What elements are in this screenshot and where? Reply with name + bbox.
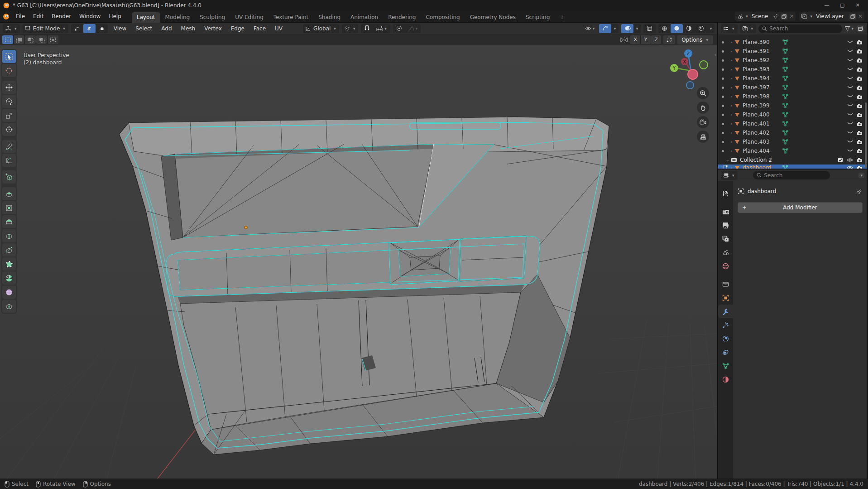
tab-sculpting[interactable]: Sculpting <box>195 12 230 23</box>
add-workspace-button[interactable]: + <box>555 12 569 23</box>
maximize-button[interactable]: ▢ <box>834 0 850 10</box>
outliner-row-plane-398[interactable]: ›Plane.398 <box>718 92 867 101</box>
properties-options-dropdown[interactable]: ▾ <box>858 173 864 178</box>
outliner-search-input[interactable]: Search <box>758 24 842 33</box>
tab-animation[interactable]: Animation <box>345 12 383 23</box>
shading-dropdown[interactable]: ▾ <box>707 24 715 33</box>
pan-button[interactable] <box>697 102 709 114</box>
gizmo-axis-x-neg[interactable] <box>688 69 698 79</box>
tool-poly-build[interactable] <box>2 257 16 271</box>
menu-view[interactable]: View <box>110 25 129 32</box>
toggle-ortho-button[interactable] <box>697 131 709 143</box>
outliner-row-dashboard-selected[interactable]: › dashboard <box>718 165 867 169</box>
tool-move[interactable] <box>2 81 16 94</box>
new-scene-icon[interactable] <box>781 14 787 19</box>
show-object-types-dropdown[interactable]: ▾ <box>584 24 596 33</box>
outliner-row-plane-397[interactable]: ›Plane.397 <box>718 83 867 92</box>
outliner-row-plane-401[interactable]: ›Plane.401 <box>718 119 867 128</box>
editor-type-button[interactable]: ▾ <box>3 24 20 33</box>
disable-render-icon[interactable] <box>857 40 863 45</box>
tab-uv-editing[interactable]: UV Editing <box>230 12 269 23</box>
tab-render[interactable] <box>718 205 733 218</box>
tab-compositing[interactable]: Compositing <box>421 12 465 23</box>
select-invert-button[interactable] <box>36 35 47 44</box>
outliner-row-plane-399[interactable]: ›Plane.399 <box>718 101 867 110</box>
tool-transform[interactable] <box>2 123 16 136</box>
sidebar-collapse-icon[interactable]: ‹ <box>715 52 716 58</box>
tab-layout[interactable]: Layout <box>132 12 160 23</box>
tab-texture-paint[interactable]: Texture Paint <box>269 12 313 23</box>
tool-measure[interactable] <box>2 154 16 167</box>
edge-select-button[interactable] <box>83 24 96 33</box>
menu-uv[interactable]: UV <box>272 25 286 32</box>
gizmo-dropdown[interactable]: ▾ <box>611 24 619 33</box>
tab-tool[interactable] <box>718 187 733 200</box>
menu-help[interactable]: Help <box>105 10 125 23</box>
select-intersect-button[interactable] <box>48 35 58 44</box>
unlink-scene-icon[interactable]: ✕ <box>789 13 794 19</box>
tool-inset-faces[interactable] <box>2 201 16 214</box>
pin-icon[interactable] <box>857 189 863 194</box>
outliner-row-plane-391[interactable]: ›Plane.391 <box>718 47 867 56</box>
show-overlays-toggle[interactable] <box>621 24 633 33</box>
falloff-dropdown[interactable]: ▾ <box>405 24 421 33</box>
pin-icon[interactable] <box>773 14 779 19</box>
tab-scene[interactable] <box>718 246 733 259</box>
outliner-row-plane-393[interactable]: ›Plane.393 <box>718 65 867 74</box>
outliner-display-mode-button[interactable]: ▾ <box>740 24 757 33</box>
outliner-row-plane-394[interactable]: ›Plane.394 <box>718 74 867 83</box>
tab-scripting[interactable]: Scripting <box>521 12 555 23</box>
tab-object[interactable] <box>718 291 733 305</box>
tool-smooth[interactable] <box>2 286 16 299</box>
tab-particles[interactable] <box>718 318 733 332</box>
viewport-scene[interactable] <box>0 45 717 479</box>
tool-add-cube[interactable] <box>2 170 16 184</box>
minimize-button[interactable]: — <box>819 0 834 10</box>
menu-select[interactable]: Select <box>132 25 155 32</box>
eye-icon[interactable] <box>847 165 853 169</box>
viewlayer-selector[interactable]: ▾ ViewLayer ✕ <box>799 12 864 21</box>
wireframe-shading-button[interactable] <box>658 24 671 33</box>
mirror-x-button[interactable]: X <box>630 35 640 44</box>
tab-modifiers[interactable] <box>718 305 733 318</box>
navigation-gizmo[interactable]: Z X Y <box>669 48 710 89</box>
menu-mesh[interactable]: Mesh <box>178 25 199 32</box>
select-extend-button[interactable] <box>14 35 24 44</box>
snap-base-icon[interactable] <box>663 35 675 44</box>
tab-geometry-nodes[interactable]: Geometry Nodes <box>465 12 521 23</box>
options-dropdown[interactable]: Options▾ <box>677 35 713 44</box>
properties-search-input[interactable]: Search <box>753 171 830 179</box>
add-modifier-button[interactable]: + Add Modifier <box>738 202 863 213</box>
mirror-y-button[interactable]: Y <box>641 35 651 44</box>
menu-render[interactable]: Render <box>48 10 75 23</box>
solid-shading-button[interactable] <box>671 24 683 33</box>
blender-menu-icon[interactable] <box>0 13 12 20</box>
overlays-dropdown[interactable]: ▾ <box>633 24 641 33</box>
outliner-row-collection-2[interactable]: ⌄ Collection 2 <box>718 155 867 165</box>
outliner-row-plane-392[interactable]: ›Plane.392 <box>718 56 867 65</box>
tool-annotate[interactable] <box>2 140 16 153</box>
outliner-row-plane-390[interactable]: ›Plane.390 <box>718 38 867 47</box>
rendered-shading-button[interactable] <box>695 24 707 33</box>
tab-object-data[interactable] <box>718 359 733 373</box>
scene-selector[interactable]: ▾ Scene ✕ <box>735 12 796 21</box>
snap-settings-dropdown[interactable]: ▾ <box>373 24 390 33</box>
material-shading-button[interactable] <box>683 24 695 33</box>
tool-select-box[interactable] <box>2 50 16 63</box>
tab-constraints[interactable] <box>718 345 733 359</box>
pivot-point-dropdown[interactable]: ▾ <box>342 24 359 33</box>
show-gizmo-toggle[interactable] <box>599 24 611 33</box>
outliner-row-plane-403[interactable]: ›Plane.403 <box>718 137 867 146</box>
tab-physics[interactable] <box>718 332 733 345</box>
tool-spin[interactable] <box>2 271 16 285</box>
menu-window[interactable]: Window <box>75 10 105 23</box>
menu-file[interactable]: File <box>12 10 29 23</box>
menu-add[interactable]: Add <box>158 25 175 32</box>
select-set-button[interactable] <box>2 35 13 44</box>
camera-icon[interactable] <box>857 158 863 163</box>
transform-orientation-dropdown[interactable]: Global ▾ <box>303 24 339 33</box>
camera-view-button[interactable] <box>697 116 709 128</box>
gizmo-axis-y-neg[interactable] <box>700 61 708 69</box>
camera-icon[interactable] <box>857 165 863 169</box>
outliner-row-plane-400[interactable]: ›Plane.400 <box>718 110 867 119</box>
